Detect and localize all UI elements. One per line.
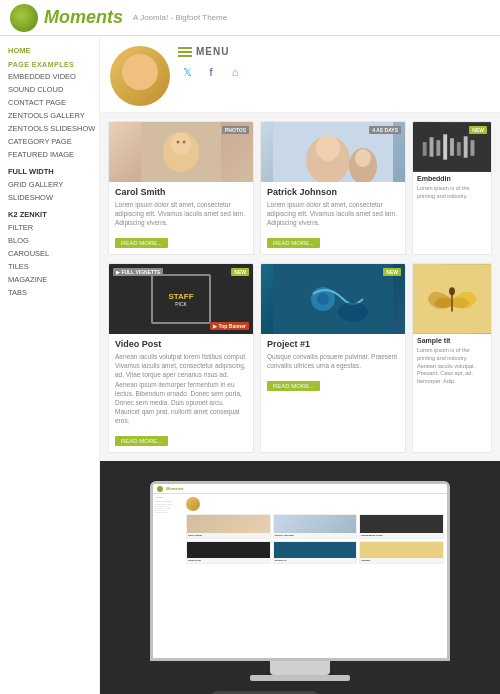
sidebar-item-k2-zenkit[interactable]: K2 ZENKIT — [0, 208, 99, 221]
monitor-stand — [270, 661, 330, 675]
card-embedding: NEW Embeddin Lorem ipsum is of the print… — [412, 121, 492, 255]
card-project-1-text: Quisque convallis posuere pulvinar. Prae… — [267, 352, 399, 370]
main-content: MENU 𝕏 f ⌂ — [100, 36, 500, 694]
mini-card-3: Embedding Audio — [359, 514, 444, 539]
card-project-1-body: Project #1 Quisque convallis posuere pul… — [261, 334, 405, 397]
mini-card-2: Patrick Johnson — [273, 514, 358, 539]
card-patrick-johnson-title: Patrick Johnson — [267, 187, 399, 197]
svg-point-7 — [316, 135, 340, 161]
card-patrick-johnson-thumb: 4 AS DAYS — [261, 122, 405, 182]
card-video-label: ▶ FUll Vignette — [113, 268, 163, 276]
svg-rect-14 — [443, 134, 447, 159]
sidebar-item-magazine[interactable]: MAGAZINE — [0, 273, 99, 286]
card-badge-4k: 4 AS DAYS — [369, 126, 401, 134]
card-project-1-readmore[interactable]: READ MORE... — [267, 381, 320, 391]
card-video-post-thumb: STAFF PICK ▶ FUll Vignette NEW ▶ Top Ban… — [109, 264, 253, 334]
top-bar: Moments A Joomla! - Bigfoot Theme — [0, 0, 500, 36]
svg-rect-11 — [423, 142, 427, 156]
logo-circle — [10, 4, 38, 32]
mini-content: HOME PAGE EXAMPLES EMBEDDED VIDEO SOUND … — [153, 494, 447, 594]
rss-icon[interactable]: ⌂ — [226, 63, 244, 81]
card-embedding-body: Embeddin Lorem ipsum is of the printing … — [413, 172, 491, 207]
staffpick-badge: STAFF PICK — [151, 274, 211, 324]
card-sample-thumb — [413, 264, 491, 334]
card-carol-smith-readmore[interactable]: READ MORE... — [115, 238, 168, 248]
hamburger-icon[interactable] — [178, 47, 192, 57]
svg-point-25 — [449, 288, 455, 296]
card-carol-smith-text: Lorem ipsum dolor sit amet, consectetur … — [115, 200, 247, 227]
sidebar-item-home[interactable]: HOME — [0, 44, 99, 57]
sidebar-item-slideshow[interactable]: SLIDESHOW — [0, 191, 99, 204]
social-icons: 𝕏 f ⌂ — [178, 63, 490, 81]
card-embedding-text: Lorem ipsum is of the printing and indus… — [417, 185, 487, 200]
card-carol-smith: PHOTOS Carol Smith Lorem ipsum dolor sit… — [108, 121, 254, 255]
card-sample-title: Sample tit — [417, 337, 487, 344]
sidebar-item-embedded-video[interactable]: EMBEDDED VIDEO — [0, 70, 99, 83]
mini-cards: Carol Smith Patrick Johnson — [186, 514, 444, 539]
card-video-post: STAFF PICK ▶ FUll Vignette NEW ▶ Top Ban… — [108, 263, 254, 453]
svg-rect-16 — [457, 142, 461, 156]
card-video-tag: ▶ Top Banner — [210, 322, 249, 330]
card-video-post-readmore[interactable]: READ MORE... — [115, 436, 168, 446]
sidebar-item-filter[interactable]: FILTER — [0, 221, 99, 234]
card-carol-smith-thumb: PHOTOS — [109, 122, 253, 182]
sidebar-item-blog[interactable]: BLOG — [0, 234, 99, 247]
cards-row-2: STAFF PICK ▶ FUll Vignette NEW ▶ Top Ban… — [100, 263, 500, 461]
sidebar-item-tiles[interactable]: TILES — [0, 260, 99, 273]
svg-rect-18 — [471, 140, 475, 156]
mini-site: Moments HOME PAGE EXAMPLES EMBEDDED VIDE… — [153, 484, 447, 658]
card-video-post-badge: NEW — [231, 268, 249, 276]
mini-sidebar: HOME PAGE EXAMPLES EMBEDDED VIDEO SOUND … — [153, 494, 183, 594]
svg-point-22 — [338, 302, 368, 322]
profile-section: MENU 𝕏 f ⌂ — [100, 36, 500, 113]
mini-card-5: Project #1 — [273, 541, 358, 564]
page-layout: HOME PAGE EXAMPLES EMBEDDED VIDEO SOUND … — [0, 36, 500, 694]
devices-section: Moments HOME PAGE EXAMPLES EMBEDDED VIDE… — [100, 461, 500, 694]
sidebar-item-full-width[interactable]: FULL WIDTH — [0, 165, 99, 178]
twitter-icon[interactable]: 𝕏 — [178, 63, 196, 81]
facebook-icon[interactable]: f — [202, 63, 220, 81]
mini-avatar — [186, 497, 200, 511]
card-patrick-johnson-readmore[interactable]: READ MORE... — [267, 238, 320, 248]
card-sample-body: Sample tit Lorem ipsum is of the printin… — [413, 334, 491, 392]
card-video-post-title: Video Post — [115, 339, 247, 349]
sidebar-item-grid-gallery[interactable]: GRID GALLERY — [0, 178, 99, 191]
sidebar-item-carousel[interactable]: CAROUSEL — [0, 247, 99, 260]
svg-point-2 — [171, 133, 191, 155]
sidebar-item-category-page[interactable]: CATEGORY PAGE — [0, 135, 99, 148]
menu-line: MENU — [178, 46, 490, 57]
svg-point-9 — [355, 149, 371, 167]
cards-row-1: PHOTOS Carol Smith Lorem ipsum dolor sit… — [100, 113, 500, 263]
logo-sub: A Joomla! - Bigfoot Theme — [133, 13, 227, 23]
mini-logo-text: Moments — [166, 486, 184, 491]
svg-point-3 — [177, 141, 180, 144]
svg-rect-15 — [450, 138, 454, 156]
card-patrick-johnson-body: Patrick Johnson Lorem ipsum dolor sit am… — [261, 182, 405, 254]
sidebar-item-sound-cloud[interactable]: SOUND CLOUD — [0, 83, 99, 96]
sidebar-item-contact-page[interactable]: CONTACT PAGE — [0, 96, 99, 109]
card-video-post-text: Aenean iaculis volutpat lorem fistibus c… — [115, 352, 247, 425]
card-project-1-title: Project #1 — [267, 339, 399, 349]
avatar — [110, 46, 170, 106]
monitor-screen: Moments HOME PAGE EXAMPLES EMBEDDED VIDE… — [150, 481, 450, 661]
mini-card-4: Video Post — [186, 541, 271, 564]
svg-rect-12 — [430, 137, 434, 157]
sidebar-section-title: PAGE EXAMPLES — [0, 57, 99, 70]
sidebar-item-zentools-gallery[interactable]: ZENTOOLS GALLERY — [0, 109, 99, 122]
mini-cards-row2: Video Post Project #1 Samp — [186, 541, 444, 564]
mini-main: Carol Smith Patrick Johnson — [183, 494, 447, 594]
card-carol-smith-title: Carol Smith — [115, 187, 247, 197]
profile-right: MENU 𝕏 f ⌂ — [178, 46, 490, 81]
sidebar-item-zentools-slideshow[interactable]: ZENTOOLS SLIDESHOW — [0, 122, 99, 135]
logo-text: Moments — [44, 7, 123, 28]
sidebar-item-tabs[interactable]: TABS — [0, 286, 99, 299]
mini-card-6: Sample — [359, 541, 444, 564]
mini-logo-circle — [157, 486, 163, 492]
logo-area: Moments A Joomla! - Bigfoot Theme — [10, 4, 227, 32]
mini-profile — [186, 497, 444, 511]
staffpick-text: STAFF — [168, 292, 193, 301]
card-project-1-badge: NEW — [383, 268, 401, 276]
menu-label[interactable]: MENU — [196, 46, 229, 57]
sidebar-item-featured-image[interactable]: FEATURED IMAGE — [0, 148, 99, 161]
svg-point-21 — [317, 293, 329, 305]
